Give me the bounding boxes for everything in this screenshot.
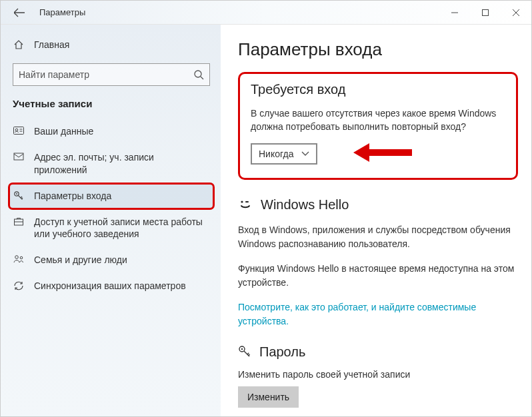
window-body: Главная Учетные записи Ваши данные <box>1 25 531 416</box>
home-icon <box>13 39 25 50</box>
svg-rect-4 <box>14 127 24 135</box>
window-buttons <box>439 1 531 24</box>
settings-window: Параметры Главная <box>0 0 532 417</box>
search-box[interactable] <box>13 63 210 86</box>
search-icon <box>193 69 204 80</box>
key-icon <box>238 345 251 358</box>
wink-icon <box>238 197 253 212</box>
sidebar-item-your-info[interactable]: Ваши данные <box>9 119 214 145</box>
select-value: Никогда <box>259 149 293 159</box>
password-section: Пароль Изменить пароль своей учетной зап… <box>238 344 518 408</box>
password-heading: Пароль <box>238 344 518 360</box>
svg-point-17 <box>241 201 243 203</box>
svg-point-13 <box>15 256 19 259</box>
person-card-icon <box>13 126 25 135</box>
search-input[interactable] <box>19 69 193 80</box>
window-title: Параметры <box>39 7 85 17</box>
minimize-button[interactable] <box>439 1 470 24</box>
svg-line-3 <box>201 77 203 79</box>
sidebar-section-title: Учетные записи <box>9 98 214 119</box>
sidebar-item-label: Синхронизация ваших параметров <box>34 280 209 292</box>
require-signin-heading: Требуется вход <box>251 82 505 97</box>
email-icon <box>13 152 25 161</box>
sidebar-item-label: Ваши данные <box>34 125 209 138</box>
svg-point-19 <box>241 348 243 350</box>
sidebar-item-label: Адрес эл. почты; уч. записи приложений <box>34 151 209 177</box>
svg-rect-1 <box>483 9 489 15</box>
sidebar: Главная Учетные записи Ваши данные <box>1 25 221 416</box>
back-button[interactable] <box>10 7 29 18</box>
svg-point-14 <box>20 257 23 260</box>
windows-hello-link[interactable]: Посмотрите, как это работает, и найдите … <box>238 302 476 326</box>
sidebar-item-sync[interactable]: Синхронизация ваших параметров <box>9 273 214 299</box>
maximize-button[interactable] <box>470 1 501 24</box>
svg-marker-16 <box>353 143 369 162</box>
change-password-button[interactable]: Изменить <box>238 386 299 408</box>
sidebar-item-email-accounts[interactable]: Адрес эл. почты; уч. записи приложений <box>9 145 214 183</box>
close-button[interactable] <box>501 1 531 24</box>
require-signin-panel: Требуется вход В случае вашего отсутстви… <box>238 72 518 180</box>
windows-hello-heading: Windows Hello <box>238 197 518 212</box>
sidebar-item-signin-options[interactable]: Параметры входа <box>9 183 214 209</box>
password-text: Изменить пароль своей учетной записи <box>238 369 518 380</box>
key-icon <box>13 191 25 201</box>
sidebar-item-family[interactable]: Семья и другие люди <box>9 247 214 273</box>
home-nav[interactable]: Главная <box>9 37 214 59</box>
sidebar-item-work-access[interactable]: Доступ к учетной записи места работы или… <box>9 209 214 248</box>
sync-icon <box>13 280 25 291</box>
page-title: Параметры входа <box>238 39 518 60</box>
sidebar-item-label: Доступ к учетной записи места работы или… <box>34 216 209 241</box>
sidebar-nav: Ваши данные Адрес эл. почты; уч. записи … <box>9 119 214 299</box>
require-signin-text: В случае вашего отсутствия через какое в… <box>251 107 505 134</box>
windows-hello-desc1: Вход в Windows, приложения и службы поср… <box>238 223 518 251</box>
sidebar-item-label: Параметры входа <box>34 190 209 203</box>
content-area: Параметры входа Требуется вход В случае … <box>221 25 531 416</box>
chevron-down-icon <box>301 151 309 157</box>
windows-hello-section: Windows Hello Вход в Windows, приложения… <box>238 197 518 328</box>
svg-point-10 <box>16 193 17 195</box>
sidebar-item-label: Семья и другие люди <box>34 254 209 266</box>
windows-hello-label: Windows Hello <box>261 197 349 212</box>
windows-hello-desc2: Функция Windows Hello в настоящее время … <box>238 262 518 290</box>
people-icon <box>13 254 25 264</box>
require-signin-select[interactable]: Никогда <box>251 143 317 165</box>
password-label: Пароль <box>259 344 305 360</box>
svg-point-5 <box>15 129 18 131</box>
svg-point-2 <box>195 71 201 77</box>
home-label: Главная <box>34 39 69 50</box>
annotation-arrow <box>353 141 413 165</box>
titlebar: Параметры <box>1 1 531 25</box>
briefcase-icon <box>13 216 25 226</box>
svg-rect-8 <box>14 153 23 160</box>
